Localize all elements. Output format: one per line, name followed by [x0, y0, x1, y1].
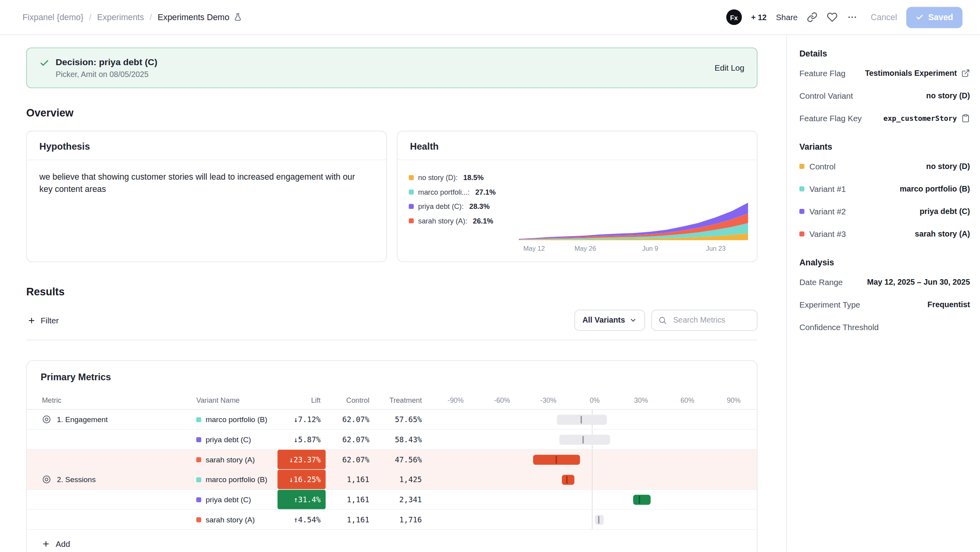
health-card: Health no story (D): 18.5% marco portfol…	[397, 131, 757, 262]
detail-row: Feature Flag Testimonials Experiment	[799, 62, 970, 84]
health-x-axis: May 12 May 26 Jun 9 Jun 23	[519, 243, 748, 254]
table-row[interactable]: 1. Engagement marco portfolio (B) ↓7.12%…	[27, 410, 757, 430]
lift-value: ↓16.25%	[277, 470, 325, 489]
lift-tick	[582, 436, 584, 443]
confidence-interval-bar	[559, 434, 610, 444]
control-value: 62.07%	[325, 430, 374, 449]
breadcrumb-experiments[interactable]: Experiments	[97, 13, 144, 22]
hypothesis-body: we believe that showing customer stories…	[27, 160, 377, 206]
metric-name: 2. Sessions	[57, 475, 95, 484]
confidence-interval-bar	[533, 454, 580, 464]
confidence-interval-bar	[633, 494, 651, 504]
metric-target-icon	[42, 415, 51, 424]
lift-tick	[639, 496, 640, 503]
decision-banner: Decision: priya debt (C) Picker, Amit on…	[26, 47, 757, 88]
variant-name: priya debt (C)	[206, 495, 251, 504]
decision-title: Decision: priya debt (C)	[56, 57, 714, 67]
treatment-value: 1,716	[374, 510, 427, 529]
breadcrumb-project[interactable]: Fixpanel {demo}	[22, 13, 84, 22]
breadcrumb-separator: /	[150, 13, 152, 22]
saved-button[interactable]: Saved	[906, 7, 962, 28]
detail-row: Feature Flag Key exp_customerStory	[799, 107, 970, 130]
table-row[interactable]: 2. Sessions marco portfolio (B) ↓16.25% …	[27, 470, 757, 490]
filter-button[interactable]: Filter	[26, 312, 64, 329]
variant-name: sarah story (A)	[206, 515, 255, 524]
control-value: 62.07%	[325, 450, 374, 469]
variants-dropdown[interactable]: All Variants	[574, 310, 645, 331]
variant-swatch	[196, 417, 201, 422]
treatment-value: 2,341	[374, 490, 427, 509]
topbar: Fixpanel {demo} / Experiments / Experime…	[0, 0, 980, 35]
search-icon	[658, 316, 667, 325]
variant-swatch	[196, 477, 201, 482]
variant-swatch	[799, 209, 804, 214]
variants-section: Variants Control no story (D) Variant #1…	[799, 139, 970, 245]
breadcrumb: Fixpanel {demo} / Experiments / Experime…	[22, 13, 243, 22]
control-value: 1,161	[325, 490, 374, 509]
variant-row: Control no story (D)	[799, 155, 970, 178]
legend-item: marco portfoli...: 27.1%	[409, 188, 519, 196]
primary-metrics-card: Primary Metrics Metric Variant Name Lift…	[26, 360, 757, 552]
variant-swatch	[196, 437, 201, 442]
table-row[interactable]: priya debt (C) ↑31.4% 1,161 2,341	[27, 490, 757, 510]
health-title: Health	[398, 131, 757, 160]
analysis-heading: Analysis	[799, 255, 970, 271]
breadcrumb-current: Experiments Demo	[157, 13, 242, 22]
collaborators-count[interactable]: + 12	[751, 13, 767, 21]
plus-icon	[28, 316, 36, 325]
date-range-value: May 12, 2025 – Jun 30, 2025	[867, 278, 970, 286]
variant-swatch	[196, 517, 201, 522]
details-sidebar: Details Feature Flag Testimonials Experi…	[786, 35, 980, 552]
table-row[interactable]: sarah story (A) ↑4.54% 1,161 1,716	[27, 510, 757, 530]
page-title: Experiments Demo	[157, 13, 229, 22]
zero-gridline	[592, 450, 593, 469]
metric-target-icon	[42, 475, 51, 484]
table-row[interactable]: priya debt (C) ↓5.87% 62.07% 58.43%	[27, 430, 757, 450]
cancel-button[interactable]: Cancel	[871, 13, 897, 22]
favorite-heart-icon[interactable]	[827, 12, 838, 23]
avatar[interactable]: Fx	[726, 9, 742, 25]
app-window: Fixpanel {demo} / Experiments / Experime…	[0, 0, 980, 552]
clipboard-icon[interactable]	[961, 114, 970, 122]
lift-tick	[580, 416, 582, 423]
axis-ticks: -90% -60% -30% 0% 30% 60% 90%	[432, 391, 757, 409]
add-metric-button[interactable]: Add	[27, 530, 757, 552]
edit-log-button[interactable]: Edit Log	[714, 63, 744, 73]
variant-swatch	[799, 231, 804, 237]
lift-value: ↓7.12%	[277, 410, 325, 429]
main-content: Decision: priya debt (C) Picker, Amit on…	[0, 35, 786, 552]
analysis-row: Confidence Threshold	[799, 316, 970, 338]
topbar-actions: Fx + 12 Share Cancel Saved	[726, 7, 962, 28]
search-metrics-box	[651, 310, 757, 331]
divider	[26, 340, 757, 340]
treatment-value: 58.43%	[374, 430, 427, 449]
legend-swatch	[409, 175, 414, 180]
treatment-value: 47.56%	[374, 450, 427, 469]
detail-row: Control Variant no story (D)	[799, 84, 970, 107]
variant-swatch	[196, 457, 201, 462]
hypothesis-title: Hypothesis	[27, 131, 386, 160]
experiment-type-value: Frequentist	[928, 300, 970, 309]
chevron-down-icon	[629, 317, 637, 324]
link-icon[interactable]	[807, 12, 817, 23]
share-button[interactable]: Share	[776, 13, 798, 22]
variant-name: sarah story (A)	[206, 455, 255, 464]
variant-swatch	[799, 186, 804, 192]
hypothesis-card: Hypothesis we believe that showing custo…	[26, 131, 387, 262]
overview-heading: Overview	[26, 107, 757, 120]
decision-subtitle: Picker, Amit on 08/05/2025	[56, 70, 714, 79]
legend-item: priya debt (C): 28.3%	[409, 203, 519, 210]
variant-name: marco portfolio (B)	[206, 475, 267, 484]
more-options-icon[interactable]	[847, 12, 858, 23]
lift-value: ↑4.54%	[277, 510, 325, 529]
external-link-icon[interactable]	[961, 69, 970, 77]
check-icon	[916, 13, 924, 21]
check-circle-icon	[39, 58, 49, 68]
legend-swatch	[409, 204, 414, 209]
feature-flag-key-value: exp_customerStory	[883, 114, 957, 122]
lift-value: ↓23.37%	[277, 450, 325, 469]
health-stacked-area-chart: May 12 May 26 Jun 9 Jun 23	[519, 169, 748, 255]
health-legend: no story (D): 18.5% marco portfoli...: 2…	[409, 174, 519, 255]
table-row[interactable]: sarah story (A) ↓23.37% 62.07% 47.56%	[27, 450, 757, 470]
search-metrics-input[interactable]	[672, 315, 751, 325]
